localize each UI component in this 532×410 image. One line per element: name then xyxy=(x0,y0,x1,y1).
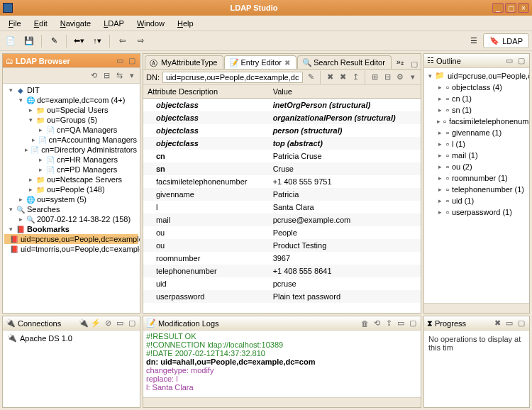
tree-node[interactable]: ▾📁ou=Groups (5) xyxy=(4,115,138,125)
outline-item[interactable]: ▸▫userpassword (1) xyxy=(426,206,528,218)
outline-item[interactable]: ▸▫telephonenumber (1) xyxy=(426,184,528,195)
link-icon[interactable]: ⇆ xyxy=(114,71,124,81)
table-row[interactable]: objectclassinetOrgPerson (structural) xyxy=(143,99,421,112)
tree-node[interactable]: ▸📁ou=People (148) xyxy=(4,184,138,194)
ldap-browser-tree[interactable]: ▾◆DIT▾🌐dc=example,dc=com (4+)▸📁ou=Specia… xyxy=(3,84,140,313)
tree-node[interactable]: ▸📄cn=PD Managers xyxy=(4,165,138,174)
refresh-icon[interactable]: ⟲ xyxy=(89,71,99,81)
expander-icon[interactable]: ▾ xyxy=(8,206,14,213)
outline-root[interactable]: ▾📁uid=pcruse,ou=People,dc=ex xyxy=(426,70,528,82)
close-connection-icon[interactable]: ⊘ xyxy=(103,318,113,328)
expander-icon[interactable]: ▸ xyxy=(25,146,28,153)
min-icon[interactable]: ▭ xyxy=(504,318,514,328)
table-row[interactable]: objectclasstop (abstract) xyxy=(143,137,421,150)
tree-node[interactable]: ▸📄cn=Directory Administrators xyxy=(4,145,138,155)
table-row[interactable]: objectclassperson (structural) xyxy=(143,124,421,137)
table-row[interactable]: telephonenumber+1 408 555 8641 xyxy=(143,265,421,277)
maximize-icon[interactable]: ▢ xyxy=(127,56,137,66)
open-connection-icon[interactable]: ⚡ xyxy=(91,318,101,328)
tree-node[interactable]: ▾🔍Searches xyxy=(4,204,138,214)
tab-overflow[interactable]: »₂ xyxy=(392,55,408,69)
outline-item[interactable]: ▸▫l (1) xyxy=(426,138,528,150)
tree-node[interactable]: ▾◆DIT xyxy=(4,85,138,95)
expander-icon[interactable]: ▸ xyxy=(31,136,36,143)
delete-entry-icon[interactable]: ✖ xyxy=(325,72,335,82)
outline-item[interactable]: ▸▫cn (1) xyxy=(426,93,528,104)
save-button[interactable]: 💾 xyxy=(21,33,37,49)
expander-icon[interactable]: ▸ xyxy=(38,126,44,133)
menu-ldap[interactable]: LDAP xyxy=(98,18,130,29)
tree-node[interactable]: ▸📄cn=HR Managers xyxy=(4,155,138,165)
menu-icon[interactable]: ▾ xyxy=(127,71,137,81)
menu-help[interactable]: Help xyxy=(172,18,199,29)
perspective-ldap[interactable]: 🔖 LDAP xyxy=(483,33,529,48)
modlog-export-icon[interactable]: ⇪ xyxy=(384,318,394,328)
expander-icon[interactable]: ▾ xyxy=(28,116,34,123)
expander-icon[interactable]: ▾ xyxy=(8,87,14,94)
expander-icon[interactable]: ▸ xyxy=(437,186,443,193)
connections-list[interactable]: 🔌Apache DS 1.0 xyxy=(3,331,140,407)
close-button[interactable]: × xyxy=(518,3,529,13)
history-back-button[interactable]: ⬅▾ xyxy=(71,33,87,49)
expander-icon[interactable]: ▾ xyxy=(428,72,432,79)
expander-icon[interactable]: ▸ xyxy=(18,216,24,223)
table-row[interactable]: givennamePatricia xyxy=(143,188,421,201)
delete-value-icon[interactable]: ✖ xyxy=(338,72,348,82)
expander-icon[interactable]: ▸ xyxy=(437,129,443,136)
menu-file[interactable]: File xyxy=(3,18,27,29)
tree-node[interactable]: ▾🌐dc=example,dc=com (4+) xyxy=(4,95,138,105)
tab-close-icon[interactable]: ✖ xyxy=(284,59,290,67)
table-row[interactable]: userpasswordPlain text password xyxy=(143,290,421,303)
min-icon[interactable]: ▭ xyxy=(504,56,514,66)
outline-item[interactable]: ▸▫uid (1) xyxy=(426,195,528,206)
expander-icon[interactable]: ▸ xyxy=(18,196,24,203)
maximize-button[interactable]: ▢ xyxy=(505,3,516,13)
wand-button[interactable]: ✎ xyxy=(46,33,62,49)
collapse-icon[interactable]: ⊟ xyxy=(101,71,111,81)
col-value[interactable]: Value xyxy=(269,85,421,99)
back-button[interactable]: ⇦ xyxy=(114,33,130,49)
minimize-button[interactable]: _ xyxy=(492,3,504,13)
expander-icon[interactable]: ▸ xyxy=(38,156,44,163)
max-icon[interactable]: ▢ xyxy=(127,318,137,328)
tree-node[interactable]: ▸🌐ou=system (5) xyxy=(4,194,138,204)
editor-maximize-icon[interactable]: ▢ xyxy=(409,59,419,69)
tree-node[interactable]: ▸📁ou=Netscape Servers xyxy=(4,174,138,184)
tree-node[interactable]: ▸📄cn=QA Managers xyxy=(4,125,138,135)
attribute-table[interactable]: Attribute Description Value objectclassi… xyxy=(143,85,421,313)
connection-item[interactable]: 🔌Apache DS 1.0 xyxy=(4,332,138,344)
progress-stop-icon[interactable]: ✖ xyxy=(492,318,502,328)
col-attr-desc[interactable]: Attribute Description xyxy=(143,85,269,99)
tree-node[interactable]: ▸📁ou=Special Users xyxy=(4,105,138,115)
forward-button[interactable]: ⇨ xyxy=(133,33,148,49)
modlog-body[interactable]: #!RESULT OK#!CONNECTION ldap://localhost… xyxy=(143,331,421,397)
tree-node[interactable]: ▸📄cn=Accounting Managers xyxy=(4,135,138,145)
tree-node[interactable]: ▾📕Bookmarks xyxy=(4,224,138,234)
max-icon[interactable]: ▢ xyxy=(516,56,526,66)
outline-item[interactable]: ▸▫facsimiletelephonenumber xyxy=(426,116,528,127)
expander-icon[interactable]: ▸ xyxy=(28,106,34,113)
outline-item[interactable]: ▸▫mail (1) xyxy=(426,150,528,161)
expander-icon[interactable]: ▾ xyxy=(8,226,14,233)
min-icon[interactable]: ▭ xyxy=(115,318,125,328)
tree-node[interactable]: 📕uid=tmorris,ou=People,dc=example xyxy=(4,244,138,254)
expander-icon[interactable]: ▸ xyxy=(437,174,443,182)
expander-icon[interactable]: ▸ xyxy=(437,197,443,204)
table-row[interactable]: cnPatricia Cruse xyxy=(143,150,421,162)
collapse-all-icon[interactable]: ⊟ xyxy=(382,72,392,82)
outline-item[interactable]: ▸▫ou (2) xyxy=(426,161,528,172)
min-icon[interactable]: ▭ xyxy=(396,318,406,328)
editor-tab[interactable]: 📝Entry Editor✖ xyxy=(224,55,296,69)
table-row[interactable]: lSanta Clara xyxy=(143,201,421,214)
view-menu-icon[interactable]: ▾ xyxy=(408,72,418,82)
expander-icon[interactable]: ▾ xyxy=(18,96,24,104)
expander-icon[interactable]: ▸ xyxy=(437,95,443,102)
modlog-refresh-icon[interactable]: ⟲ xyxy=(372,318,382,328)
expander-icon[interactable]: ▸ xyxy=(437,118,440,125)
expander-icon[interactable]: ▸ xyxy=(28,176,34,183)
table-row[interactable]: snCruse xyxy=(143,162,421,175)
expand-all-icon[interactable]: ⊞ xyxy=(370,72,379,82)
expander-icon[interactable]: ▸ xyxy=(437,163,443,170)
outline-item[interactable]: ▸▫givenname (1) xyxy=(426,127,528,138)
menu-navigate[interactable]: Navigate xyxy=(55,18,96,29)
